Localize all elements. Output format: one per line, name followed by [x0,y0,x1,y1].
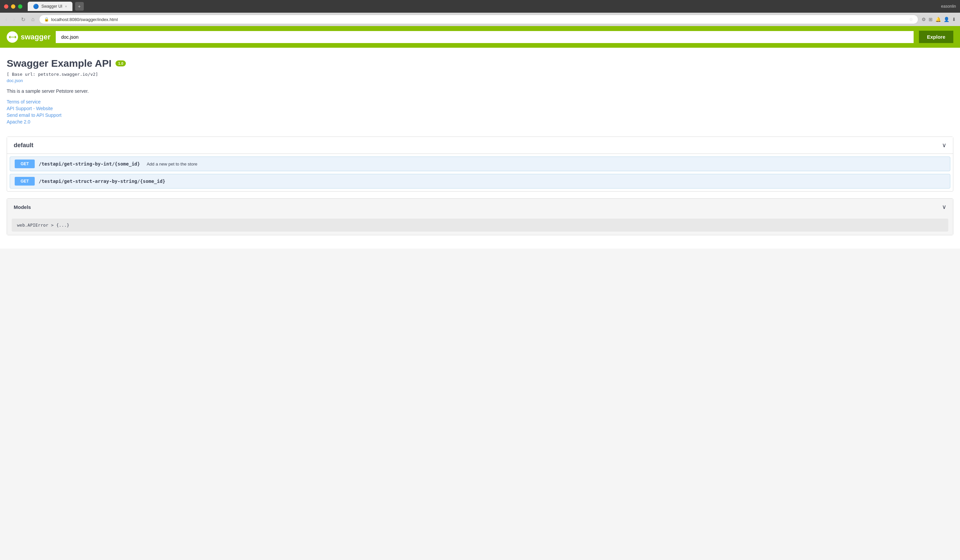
maximize-button[interactable] [18,4,22,9]
get-badge-1: GET [15,160,35,168]
extension-icon-1[interactable]: ⚙ [922,17,926,22]
api-title-row: Swagger Example API 1.0 [7,58,953,69]
tab-title: Swagger UI [42,4,62,9]
lock-icon: 🔒 [44,17,49,22]
extension-icon-5[interactable]: ⬇ [952,17,956,22]
content-wrap: Swagger Example API 1.0 [ Base url: pets… [0,48,960,249]
models-body: web.APIError > {...} [7,215,953,235]
get-badge-2: GET [15,177,35,186]
api-title-text: Swagger Example API [7,58,112,69]
default-section-header[interactable]: default ∨ [7,137,953,154]
model-name: web.APIError [17,222,48,227]
model-expand-icon: > [51,222,56,227]
swagger-logo: ⟷ swagger [7,31,50,43]
browser-icons: ⚙ ⊞ 🔔 👤 ⬇ [922,17,956,22]
endpoint-desc-1: Add a new pet to the store [147,162,197,166]
user-label: easonlin [941,4,956,9]
tab-close-icon[interactable]: × [65,5,67,8]
models-section: Models ∨ web.APIError > {...} [7,198,953,235]
home-button[interactable]: ⌂ [30,16,36,23]
license-link[interactable]: Apache 2.0 [7,119,953,125]
browser-bar: ‹ › ↻ ⌂ 🔒 localhost:8080/swagger/index.h… [0,13,960,26]
api-info: Swagger Example API 1.0 [ Base url: pets… [7,48,953,125]
models-title: Models [14,204,31,210]
website-link[interactable]: API Support - Website [7,106,953,111]
main-page: Swagger Example API 1.0 [ Base url: pets… [0,48,960,249]
api-description: This is a sample server Petstore server. [7,88,953,94]
endpoint-row[interactable]: GET /testapi/get-struct-array-by-string/… [10,174,950,189]
swagger-logo-icon: ⟷ [7,31,18,43]
browser-tab[interactable]: 🔵 Swagger UI × [28,2,72,11]
terms-link[interactable]: Terms of service [7,99,953,104]
models-chevron-icon: ∨ [942,203,946,211]
address-text: localhost:8080/swagger/index.html [51,17,907,22]
swagger-search-input[interactable] [56,31,914,43]
close-button[interactable] [4,4,8,9]
api-links: Terms of service API Support - Website S… [7,99,953,125]
endpoint-row[interactable]: GET /testapi/get-string-by-int/{some_id}… [10,157,950,171]
default-section: default ∨ GET /testapi/get-string-by-int… [7,136,953,192]
default-section-title: default [14,142,34,149]
swagger-logo-text: swagger [21,33,50,42]
extension-icon-3[interactable]: 🔔 [935,17,941,22]
models-section-header[interactable]: Models ∨ [7,198,953,215]
address-bar[interactable]: 🔒 localhost:8080/swagger/index.html ☆ [39,15,918,24]
doc-link[interactable]: doc.json [7,78,953,83]
swagger-header: ⟷ swagger Explore [0,26,960,48]
version-badge: 1.0 [115,61,126,66]
extension-icon-4[interactable]: 👤 [944,17,949,22]
endpoint-path-1: /testapi/get-string-by-int/{some_id} [39,161,140,166]
default-chevron-icon: ∨ [942,141,946,149]
tab-favicon: 🔵 [33,4,39,9]
model-row[interactable]: web.APIError > {...} [12,219,948,232]
os-titlebar: 🔵 Swagger UI × + easonlin [0,0,960,13]
email-link[interactable]: Send email to API Support [7,112,953,118]
refresh-button[interactable]: ↻ [20,16,27,23]
new-tab-button[interactable]: + [75,2,84,11]
extension-icon-2[interactable]: ⊞ [929,17,933,22]
model-preview: {...} [56,222,69,227]
explore-button[interactable]: Explore [919,31,953,43]
forward-button[interactable]: › [12,16,16,23]
back-button[interactable]: ‹ [4,16,8,23]
base-url: [ Base url: petstore.swagger.io/v2] [7,72,953,77]
minimize-button[interactable] [11,4,15,9]
endpoint-path-2: /testapi/get-struct-array-by-string/{som… [39,179,165,184]
bookmark-icon[interactable]: ☆ [909,17,913,22]
